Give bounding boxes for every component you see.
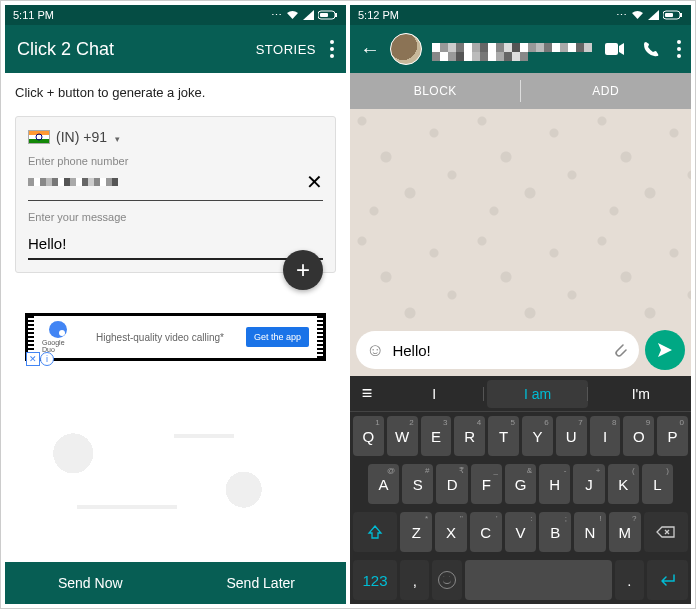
key-j[interactable]: J+ bbox=[573, 464, 604, 504]
bottom-bar: Send Now Send Later bbox=[5, 562, 346, 604]
send-button[interactable] bbox=[645, 330, 685, 370]
comma-key[interactable]: , bbox=[400, 560, 429, 600]
suggestion-2[interactable]: I'm bbox=[591, 380, 691, 408]
key-row-3: Z*X"C'V:B;N!M? bbox=[350, 508, 691, 556]
numeric-key[interactable]: 123 bbox=[353, 560, 397, 600]
message-box[interactable]: ☺ Hello! bbox=[356, 331, 639, 369]
status-bar: 5:11 PM ⋯ bbox=[5, 5, 346, 25]
voice-call-icon[interactable] bbox=[643, 41, 659, 57]
phone-label: Enter phone number bbox=[28, 155, 323, 167]
input-row: ☺ Hello! bbox=[350, 324, 691, 376]
status-bar: 5:12 PM ⋯ bbox=[350, 5, 691, 25]
clear-icon[interactable]: ✕ bbox=[306, 170, 323, 194]
key-k[interactable]: K( bbox=[608, 464, 639, 504]
key-c[interactable]: C' bbox=[470, 512, 502, 552]
key-x[interactable]: X" bbox=[435, 512, 467, 552]
keyboard: ≡ I I am I'm Q1W2E3R4T5Y6U7I8O9P0 A@S#D₹… bbox=[350, 376, 691, 604]
ad-banner[interactable]: Google Duo Highest-quality video calling… bbox=[25, 313, 326, 361]
suggestion-row: ≡ I I am I'm bbox=[350, 376, 691, 412]
ad-info-icon[interactable]: i bbox=[40, 352, 54, 366]
message-input[interactable]: Hello! bbox=[28, 227, 323, 260]
country-code: (IN) +91 bbox=[56, 129, 107, 145]
svg-rect-2 bbox=[320, 13, 328, 17]
country-selector[interactable]: (IN) +91 bbox=[28, 129, 323, 145]
status-time: 5:12 PM bbox=[358, 9, 399, 21]
enter-key[interactable] bbox=[647, 560, 688, 600]
compose-card: (IN) +91 Enter phone number ✕ Enter your… bbox=[15, 116, 336, 273]
key-v[interactable]: V: bbox=[505, 512, 537, 552]
key-u[interactable]: U7 bbox=[556, 416, 587, 456]
key-m[interactable]: M? bbox=[609, 512, 641, 552]
flag-icon bbox=[28, 130, 50, 144]
key-t[interactable]: T5 bbox=[488, 416, 519, 456]
signal-icon bbox=[303, 10, 314, 20]
key-y[interactable]: Y6 bbox=[522, 416, 553, 456]
emoji-icon[interactable]: ☺ bbox=[366, 340, 384, 361]
contact-avatar[interactable] bbox=[390, 33, 422, 65]
key-p[interactable]: P0 bbox=[657, 416, 688, 456]
period-key[interactable]: . bbox=[615, 560, 644, 600]
ad-text: Highest-quality video calling* bbox=[74, 332, 246, 343]
svg-rect-5 bbox=[665, 13, 673, 17]
svg-rect-4 bbox=[680, 13, 682, 17]
key-row-1: Q1W2E3R4T5Y6U7I8O9P0 bbox=[350, 412, 691, 460]
add-joke-fab[interactable]: + bbox=[283, 250, 323, 290]
stories-button[interactable]: STORIES bbox=[256, 42, 316, 57]
contact-name-censored bbox=[432, 43, 595, 61]
key-r[interactable]: R4 bbox=[454, 416, 485, 456]
message-value: Hello! bbox=[28, 235, 323, 252]
key-a[interactable]: A@ bbox=[368, 464, 399, 504]
phone-left: 5:11 PM ⋯ Click 2 Chat STORIES Click + b… bbox=[5, 5, 346, 604]
shift-key[interactable] bbox=[353, 512, 397, 552]
phone-input[interactable]: ✕ bbox=[28, 167, 323, 201]
contact-actions: BLOCK ADD bbox=[350, 73, 691, 109]
more-icon: ⋯ bbox=[271, 9, 282, 22]
key-b[interactable]: B; bbox=[539, 512, 571, 552]
suggestion-0[interactable]: I bbox=[384, 380, 484, 408]
key-o[interactable]: O9 bbox=[623, 416, 654, 456]
ad-cta-button[interactable]: Get the app bbox=[246, 327, 309, 347]
send-later-button[interactable]: Send Later bbox=[176, 562, 347, 604]
overflow-menu-icon[interactable] bbox=[330, 40, 334, 58]
contact-name[interactable] bbox=[432, 38, 595, 61]
svg-rect-6 bbox=[605, 43, 618, 55]
key-l[interactable]: L) bbox=[642, 464, 673, 504]
suggestion-1[interactable]: I am bbox=[487, 380, 587, 408]
key-row-4: 123 , . bbox=[350, 556, 691, 604]
key-e[interactable]: E3 bbox=[421, 416, 452, 456]
phone-right: 5:12 PM ⋯ ← bbox=[350, 5, 691, 604]
message-text[interactable]: Hello! bbox=[392, 342, 603, 359]
key-i[interactable]: I8 bbox=[590, 416, 621, 456]
key-g[interactable]: G& bbox=[505, 464, 536, 504]
add-button[interactable]: ADD bbox=[521, 73, 692, 109]
space-key[interactable] bbox=[465, 560, 612, 600]
placeholder-illustration bbox=[5, 381, 346, 562]
key-d[interactable]: D₹ bbox=[436, 464, 467, 504]
status-icons: ⋯ bbox=[616, 9, 683, 22]
key-z[interactable]: Z* bbox=[400, 512, 432, 552]
chevron-down-icon bbox=[113, 129, 120, 145]
key-q[interactable]: Q1 bbox=[353, 416, 384, 456]
block-button[interactable]: BLOCK bbox=[350, 73, 521, 109]
key-s[interactable]: S# bbox=[402, 464, 433, 504]
more-icon: ⋯ bbox=[616, 9, 627, 22]
video-call-icon[interactable] bbox=[605, 42, 625, 56]
battery-icon bbox=[318, 10, 338, 20]
overflow-menu-icon[interactable] bbox=[677, 40, 681, 58]
attach-icon[interactable] bbox=[611, 341, 629, 359]
key-f[interactable]: F_ bbox=[471, 464, 502, 504]
send-now-button[interactable]: Send Now bbox=[5, 562, 176, 604]
keyboard-menu-icon[interactable]: ≡ bbox=[350, 383, 384, 404]
app-bar: Click 2 Chat STORIES bbox=[5, 25, 346, 73]
emoji-key[interactable] bbox=[432, 560, 461, 600]
key-h[interactable]: H- bbox=[539, 464, 570, 504]
backspace-key[interactable] bbox=[644, 512, 688, 552]
key-w[interactable]: W2 bbox=[387, 416, 418, 456]
key-row-2: A@S#D₹F_G&H-J+K(L) bbox=[350, 460, 691, 508]
chat-background[interactable] bbox=[350, 109, 691, 324]
message-label: Enter your message bbox=[28, 211, 323, 223]
key-n[interactable]: N! bbox=[574, 512, 606, 552]
back-icon[interactable]: ← bbox=[360, 38, 380, 61]
ad-close-icon[interactable]: ✕ bbox=[26, 352, 40, 366]
status-time: 5:11 PM bbox=[13, 9, 54, 21]
